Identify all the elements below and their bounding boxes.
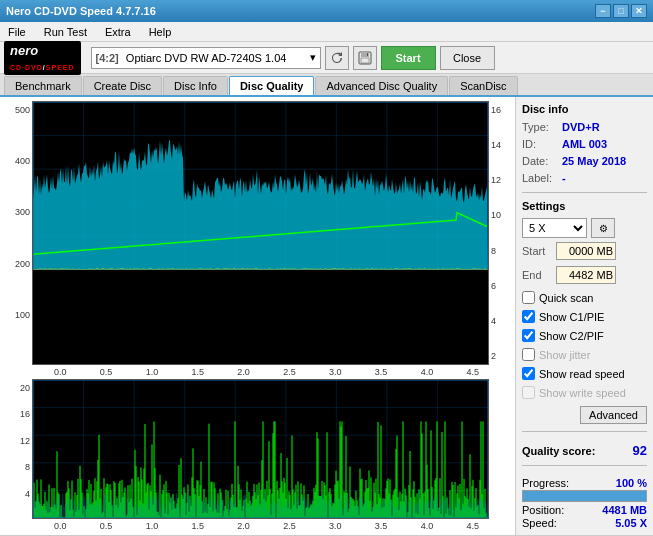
show-c2-pif-row: Show C2/PIF [522,329,647,342]
end-input[interactable] [556,266,616,284]
y-right-4: 4 [491,316,509,326]
progress-label: Progress: [522,477,569,489]
title-bar: Nero CD-DVD Speed 4.7.7.16 − □ ✕ [0,0,653,22]
start-input[interactable] [556,242,616,260]
speed-prog-label: Speed: [522,517,557,529]
drive-label: [4:2] [96,52,119,64]
minimize-button[interactable]: − [595,4,611,18]
type-row: Type: DVD+R [522,121,647,133]
main-content: 500 400 300 200 100 16 14 12 10 8 6 4 2 [0,97,653,535]
drive-select[interactable]: [4:2] Optiarc DVD RW AD-7240S 1.04 ▾ [91,47,321,69]
speed-prog-row: Speed: 5.05 X [522,517,647,529]
date-value: 25 May 2018 [562,155,626,167]
date-label: Date: [522,155,558,167]
progress-bar-fill [523,491,646,501]
show-jitter-row: Show jitter [522,348,647,361]
x-label-4.0: 4.0 [421,367,434,377]
y-label-300: 300 [6,207,30,217]
tab-create-disc[interactable]: Create Disc [83,76,162,95]
id-label: ID: [522,138,558,150]
exit-button[interactable]: Close [440,46,495,70]
x-label-0.0: 0.0 [54,367,67,377]
show-read-speed-checkbox[interactable] [522,367,535,380]
disc-label-value: - [562,172,566,184]
tab-advanced-disc-quality[interactable]: Advanced Disc Quality [315,76,448,95]
y-label-200: 200 [6,259,30,269]
show-c2-pif-checkbox[interactable] [522,329,535,342]
app-title: Nero CD-DVD Speed 4.7.7.16 [6,5,156,17]
menu-bar: File Run Test Extra Help [0,22,653,42]
toolbar: nero CD·DVD/SPEED [4:2] Optiarc DVD RW A… [0,42,653,74]
save-button[interactable] [353,46,377,70]
speed-prog-value: 5.05 X [615,517,647,529]
tab-disc-info[interactable]: Disc Info [163,76,228,95]
y-right-8: 8 [491,246,509,256]
show-c1-pie-checkbox[interactable] [522,310,535,323]
drive-name: Optiarc DVD RW AD-7240S 1.04 [126,52,287,64]
close-window-button[interactable]: ✕ [631,4,647,18]
y-right-10: 10 [491,210,509,220]
start-button[interactable]: Start [381,46,436,70]
tab-benchmark[interactable]: Benchmark [4,76,82,95]
advanced-button[interactable]: Advanced [580,406,647,424]
menu-help[interactable]: Help [145,24,176,40]
top-chart-canvas [33,102,488,270]
settings-title: Settings [522,200,647,212]
show-c1-pie-row: Show C1/PIE [522,310,647,323]
chart-area: 500 400 300 200 100 16 14 12 10 8 6 4 2 [0,97,515,535]
title-bar-buttons: − □ ✕ [595,4,647,18]
speed-select[interactable]: 5 X [522,218,587,238]
end-row: End [522,266,647,284]
y-right-12: 12 [491,175,509,185]
refresh-button[interactable] [325,46,349,70]
start-row: Start [522,242,647,260]
tab-disc-quality[interactable]: Disc Quality [229,76,315,95]
position-label: Position: [522,504,564,516]
end-label: End [522,269,552,281]
show-c2-pif-label: Show C2/PIF [539,330,604,342]
top-chart [32,101,489,365]
x-label-2.0: 2.0 [237,367,250,377]
show-write-speed-label: Show write speed [539,387,626,399]
position-value: 4481 MB [602,504,647,516]
y-label-12: 12 [6,436,30,446]
y-label-100: 100 [6,310,30,320]
y-label-16: 16 [6,409,30,419]
y-label-4: 4 [6,489,30,499]
title-bar-title: Nero CD-DVD Speed 4.7.7.16 [6,5,156,17]
x-label-4.5: 4.5 [466,367,479,377]
drive-dropdown-icon: ▾ [310,51,316,64]
divider-3 [522,465,647,466]
x-bot-label-1.0: 1.0 [146,521,159,531]
x-bot-label-0.5: 0.5 [100,521,113,531]
show-write-speed-checkbox [522,386,535,399]
save-icon [358,51,372,65]
y-label-400: 400 [6,156,30,166]
show-read-speed-label: Show read speed [539,368,625,380]
menu-extra[interactable]: Extra [101,24,135,40]
svg-rect-2 [361,58,369,63]
disc-info-title: Disc info [522,103,647,115]
maximize-button[interactable]: □ [613,4,629,18]
menu-file[interactable]: File [4,24,30,40]
x-label-3.5: 3.5 [375,367,388,377]
bottom-chart-canvas [33,380,488,518]
show-jitter-checkbox[interactable] [522,348,535,361]
refresh-icon [330,51,344,65]
quality-row: Quality score: 92 [522,443,647,458]
right-panel: Disc info Type: DVD+R ID: AML 003 Date: … [515,97,653,535]
tab-scan-disc[interactable]: ScanDisc [449,76,517,95]
type-value: DVD+R [562,121,600,133]
date-row: Date: 25 May 2018 [522,155,647,167]
menu-run-test[interactable]: Run Test [40,24,91,40]
x-bot-label-2.5: 2.5 [283,521,296,531]
divider-2 [522,431,647,432]
quick-scan-checkbox[interactable] [522,291,535,304]
svg-rect-3 [367,53,368,56]
x-bot-label-0.0: 0.0 [54,521,67,531]
settings-icon-button[interactable]: ⚙ [591,218,615,238]
show-write-speed-row: Show write speed [522,386,647,399]
disc-label-label: Label: [522,172,558,184]
progress-section: Progress: 100 % Position: 4481 MB Speed:… [522,477,647,530]
x-bot-label-2.0: 2.0 [237,521,250,531]
